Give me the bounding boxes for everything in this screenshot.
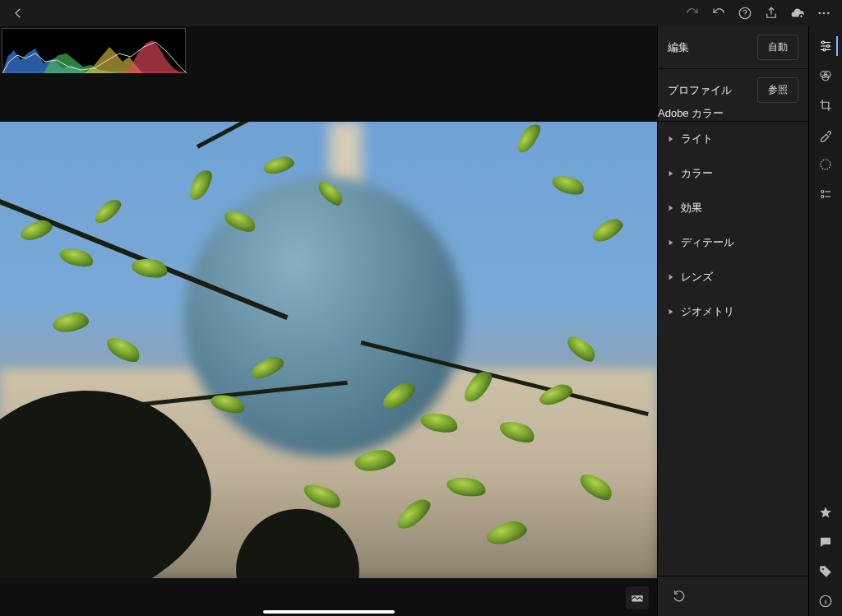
tool-rail [808, 26, 842, 616]
more-button[interactable] [812, 2, 835, 25]
profile-browse-button[interactable]: 参照 [757, 77, 798, 103]
svg-point-13 [822, 41, 825, 44]
svg-point-14 [827, 45, 830, 48]
svg-marker-22 [820, 507, 831, 517]
svg-point-15 [823, 49, 826, 51]
svg-marker-11 [669, 275, 673, 280]
tool-crop[interactable] [814, 94, 837, 117]
svg-marker-9 [669, 206, 673, 211]
tool-color-mix[interactable] [814, 64, 837, 87]
accordion-label: カラー [681, 166, 713, 181]
keywords-tag-icon[interactable] [814, 560, 837, 583]
accordion-label: レンズ [681, 270, 713, 285]
svg-point-4 [823, 12, 826, 15]
svg-point-19 [821, 160, 830, 169]
svg-point-1 [745, 16, 746, 16]
comments-icon[interactable] [814, 530, 837, 553]
back-button[interactable] [7, 2, 30, 25]
accordion-detail[interactable]: ディテール [658, 225, 808, 260]
help-button[interactable] [733, 2, 756, 25]
preview-area [0, 26, 657, 616]
accordion-geometry[interactable]: ジオメトリ [658, 294, 808, 329]
accordion-light[interactable]: ライト [658, 122, 808, 156]
profile-value: Adobe カラー [658, 106, 808, 121]
accordion-color[interactable]: カラー [658, 156, 808, 191]
reset-button[interactable] [668, 585, 691, 608]
home-indicator [263, 610, 395, 614]
svg-marker-8 [669, 171, 673, 176]
auto-button[interactable]: 自動 [757, 35, 798, 60]
svg-point-23 [822, 568, 824, 570]
cloud-sync-icon[interactable] [786, 2, 809, 25]
svg-marker-7 [669, 137, 673, 141]
info-icon[interactable] [814, 590, 837, 613]
filmstrip-toggle-icon[interactable] [626, 586, 649, 609]
svg-point-20 [821, 191, 824, 193]
tool-presets[interactable] [814, 183, 837, 206]
edit-panel: 編集 自動 プロファイル 参照 Adobe カラー ライト カラー 効果 [657, 26, 808, 616]
svg-marker-10 [669, 240, 673, 245]
tool-radial-gradient[interactable] [814, 153, 837, 176]
svg-marker-12 [669, 309, 673, 314]
tool-healing-brush[interactable] [814, 123, 837, 146]
photo-preview[interactable] [0, 122, 657, 578]
topbar [0, 0, 842, 26]
accordion-label: ライト [681, 132, 713, 146]
share-button[interactable] [760, 2, 783, 25]
svg-point-5 [827, 12, 830, 15]
accordion-label: ジオメトリ [681, 304, 734, 319]
undo-button[interactable] [707, 2, 730, 25]
profile-label: プロファイル [668, 83, 732, 98]
accordion-label: ディテール [681, 235, 734, 250]
rate-star-icon[interactable] [814, 501, 837, 524]
accordion-lens[interactable]: レンズ [658, 260, 808, 294]
edit-title: 編集 [668, 40, 689, 55]
accordion-effects[interactable]: 効果 [658, 191, 808, 225]
svg-point-3 [818, 12, 821, 15]
tool-adjust-sliders[interactable] [814, 35, 837, 58]
histogram[interactable] [2, 28, 186, 72]
accordion-label: 効果 [681, 201, 702, 215]
redo-button[interactable] [681, 2, 704, 25]
svg-point-21 [821, 196, 824, 198]
